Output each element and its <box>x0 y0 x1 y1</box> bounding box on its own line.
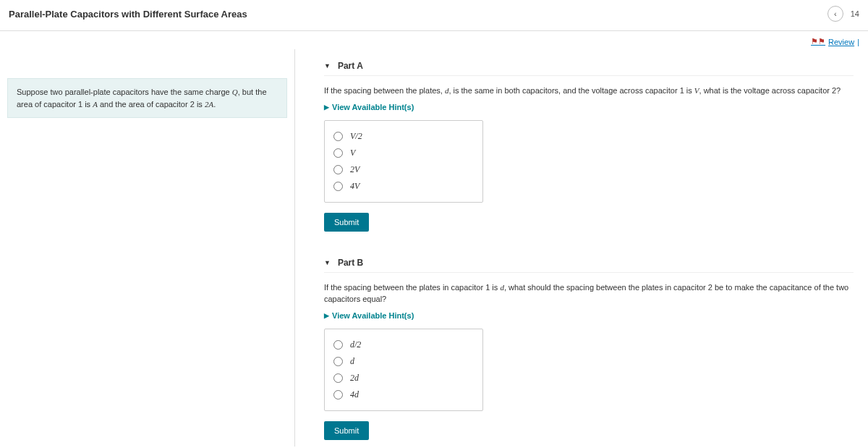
part-a-hints-toggle[interactable]: ▶ View Available Hint(s) <box>324 103 854 111</box>
part-a-radio-2[interactable] <box>333 165 343 174</box>
part-a: ▼ Part A If the spacing between the plat… <box>324 56 854 232</box>
part-a-radio-1[interactable] <box>333 148 343 158</box>
part-a-radio-0[interactable] <box>333 132 343 141</box>
part-b-header[interactable]: ▼ Part B <box>324 253 854 273</box>
var-V: V <box>694 86 699 95</box>
part-b-option-3[interactable]: 4d <box>333 386 474 403</box>
part-b-label: Part B <box>338 258 363 268</box>
part-b-option-2[interactable]: 2d <box>333 370 474 386</box>
var-Q: Q <box>232 88 238 96</box>
prev-button[interactable]: ‹ <box>827 6 843 22</box>
page-header: Parallel-Plate Capacitors with Different… <box>0 0 868 31</box>
caret-down-icon: ▼ <box>324 259 331 266</box>
part-b-option-0[interactable]: d/2 <box>333 337 474 353</box>
main-layout: Suppose two parallel-plate capacitors ha… <box>0 49 868 447</box>
part-a-options: V/2 V 2V 4V <box>324 120 483 203</box>
part-b: ▼ Part B If the spacing between the plat… <box>324 253 854 440</box>
part-b-hints-toggle[interactable]: ▶ View Available Hint(s) <box>324 311 854 320</box>
intro-box: Suppose two parallel-plate capacitors ha… <box>7 78 287 118</box>
page-number: 14 <box>851 9 859 18</box>
caret-right-icon: ▶ <box>324 103 329 111</box>
review-link[interactable]: ⚑⚑ Review | <box>811 37 859 46</box>
part-a-hints-label: View Available Hint(s) <box>332 103 414 111</box>
part-a-option-0[interactable]: V/2 <box>333 128 474 145</box>
questions-column: ▼ Part A If the spacing between the plat… <box>295 49 868 447</box>
part-a-option-1[interactable]: V <box>333 145 474 161</box>
caret-right-icon: ▶ <box>324 312 329 319</box>
review-divider: | <box>857 38 859 46</box>
flag-icon: ⚑⚑ <box>811 37 825 46</box>
part-a-question: If the spacing between the plates, d, is… <box>324 85 854 97</box>
part-a-label: Part A <box>338 61 363 71</box>
part-a-header[interactable]: ▼ Part A <box>324 56 854 76</box>
part-b-radio-3[interactable] <box>333 390 343 400</box>
part-a-radio-3[interactable] <box>333 182 343 191</box>
page-title: Parallel-Plate Capacitors with Different… <box>9 9 247 20</box>
part-a-submit-button[interactable]: Submit <box>324 213 369 232</box>
part-b-hints-label: View Available Hint(s) <box>332 311 414 320</box>
part-b-options: d/2 d 2d 4d <box>324 329 483 411</box>
subbar: ⚑⚑ Review | <box>0 31 868 49</box>
caret-down-icon: ▼ <box>324 62 331 69</box>
part-b-submit-button[interactable]: Submit <box>324 421 369 440</box>
intro-column: Suppose two parallel-plate capacitors ha… <box>0 49 295 447</box>
part-b-radio-1[interactable] <box>333 357 343 366</box>
header-nav: ‹ 14 <box>827 6 859 22</box>
review-label: Review <box>828 38 854 46</box>
part-b-radio-0[interactable] <box>333 340 343 350</box>
part-b-question: If the spacing between the plates in cap… <box>324 282 854 305</box>
part-a-option-3[interactable]: 4V <box>333 178 474 195</box>
part-b-option-1[interactable]: d <box>333 353 474 370</box>
part-a-option-2[interactable]: 2V <box>333 161 474 178</box>
var-2A: 2A <box>205 100 213 109</box>
var-A: A <box>93 100 98 109</box>
part-b-radio-2[interactable] <box>333 373 343 383</box>
